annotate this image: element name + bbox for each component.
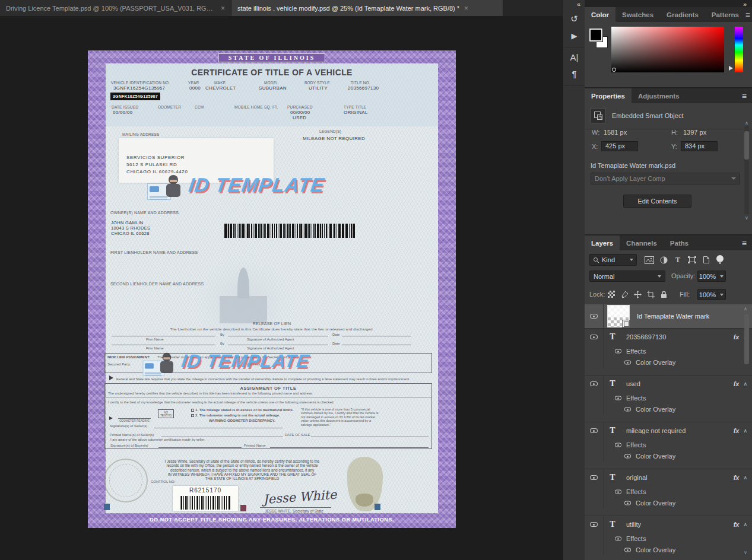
effects-visibility-toggle[interactable] <box>585 392 604 403</box>
tab-channels[interactable]: Channels <box>620 236 664 250</box>
lock-all-icon[interactable] <box>658 289 669 299</box>
overlay-visibility-toggle[interactable] <box>585 544 604 555</box>
fill-input[interactable]: 100% <box>697 289 726 300</box>
layer-effects-row[interactable]: Effects <box>585 439 752 450</box>
x-position-input[interactable]: 425 px <box>601 141 638 151</box>
layer-fx[interactable]: fx∧ <box>734 427 752 434</box>
document-tab-1[interactable]: Driving Licence Template.psd @ 100% (PAS… <box>0 0 231 16</box>
collapse-panels-icon[interactable]: « <box>577 1 580 8</box>
actions-panel-icon[interactable]: ▶ <box>563 27 585 44</box>
close-tab-icon[interactable]: × <box>464 4 468 12</box>
filter-shape-layers-icon[interactable] <box>686 254 699 265</box>
layer-row-utility[interactable]: Tutilityfx∧ <box>585 516 752 533</box>
layer-color-overlay-row[interactable]: Color Overlay <box>585 357 752 368</box>
color-panel-menu-icon[interactable]: ≡ <box>745 7 752 22</box>
tab-layers[interactable]: Layers <box>585 236 620 250</box>
scroll-up-icon[interactable]: ∧ <box>745 120 748 126</box>
chevron-down-icon[interactable] <box>718 289 725 300</box>
layer-fx[interactable]: fx∧ <box>734 333 752 341</box>
edit-contents-button[interactable]: Edit Contents <box>623 195 691 208</box>
close-tab-icon[interactable]: × <box>221 4 225 12</box>
layers-scroll-down-icon[interactable]: ∨ <box>744 550 747 555</box>
layer-row-mileage-not-required[interactable]: Tmileage not requiredfx∧ <box>585 422 752 439</box>
layers-panel-menu-icon[interactable]: ≡ <box>742 236 752 250</box>
layer-filter-toggle[interactable] <box>716 255 724 262</box>
layer-filter-kind-select[interactable]: Kind <box>589 254 637 266</box>
overlay-visibility-toggle[interactable] <box>585 497 604 508</box>
layer-visibility-toggle[interactable] <box>585 516 604 533</box>
layer-visibility-toggle[interactable] <box>585 422 604 439</box>
layer-visibility-toggle[interactable] <box>585 469 604 486</box>
layer-row-original[interactable]: Toriginalfx∧ <box>585 469 752 486</box>
blend-mode-select[interactable]: Normal <box>589 271 665 282</box>
tab-adjustments[interactable]: Adjustments <box>632 88 686 103</box>
layer-comp-select[interactable]: Don’t Apply Layer Comp <box>591 173 740 184</box>
overlay-visibility-toggle[interactable] <box>585 403 604 415</box>
overlay-visibility-toggle[interactable] <box>585 450 604 462</box>
layers-scrollbar-thumb[interactable] <box>744 314 749 364</box>
scroll-down-icon[interactable]: ∨ <box>745 215 748 221</box>
properties-scrollbar-thumb[interactable] <box>744 131 749 160</box>
filter-smart-object-layers-icon[interactable] <box>700 254 713 265</box>
layer-color-overlay-row[interactable]: Color Overlay <box>585 450 752 462</box>
layer-thumbnail[interactable] <box>607 305 630 327</box>
lock-artboard-icon[interactable] <box>645 289 656 299</box>
layer-row-id-temaplate-water-mark[interactable]: Id Temaplate Water mark <box>585 304 752 328</box>
lock-image-pixels-icon[interactable] <box>619 289 630 299</box>
effects-visibility-toggle[interactable] <box>585 486 604 497</box>
collapse-fx-icon[interactable]: ∧ <box>743 521 747 527</box>
layer-row-20356697130[interactable]: T20356697130fx∧ <box>585 329 752 345</box>
layers-scroll-up-icon[interactable]: ∧ <box>744 306 747 311</box>
hue-slider-arrow[interactable] <box>729 66 733 71</box>
layer-visibility-toggle[interactable] <box>585 329 604 345</box>
y-position-input[interactable]: 834 px <box>681 141 718 151</box>
paragraph-panel-icon[interactable]: ¶ <box>563 65 585 82</box>
opacity-input[interactable]: 100% <box>697 271 726 282</box>
lock-position-icon[interactable] <box>632 289 643 299</box>
layer-row-used[interactable]: Tusedfx∧ <box>585 376 752 392</box>
document-tab-2[interactable]: state illinois . vehicle modify.psd @ 25… <box>231 0 503 16</box>
canvas-area[interactable]: STATE OF ILLINOIS CERTIFICATE OF TITLE O… <box>0 16 563 560</box>
color-field[interactable] <box>611 27 724 72</box>
layer-color-overlay-row[interactable]: Color Overlay <box>585 497 752 508</box>
filter-type-layers-icon[interactable]: T <box>671 254 684 265</box>
layer-color-overlay-row[interactable]: Color Overlay <box>585 403 752 415</box>
color-field-cursor[interactable] <box>612 68 616 72</box>
foreground-background-swatches[interactable] <box>589 28 610 50</box>
effects-visibility-toggle[interactable] <box>585 533 604 544</box>
properties-panel-menu-icon[interactable]: ≡ <box>742 88 752 103</box>
tab-gradients[interactable]: Gradients <box>660 7 705 22</box>
layer-fx[interactable]: fx∧ <box>734 380 752 387</box>
certificate-document[interactable]: STATE OF ILLINOIS CERTIFICATE OF TITLE O… <box>88 50 456 528</box>
tab-paths[interactable]: Paths <box>664 236 695 250</box>
layer-fx[interactable]: fx∧ <box>734 474 752 481</box>
chevron-down-icon[interactable] <box>718 271 725 281</box>
overlay-visibility-toggle[interactable] <box>585 357 604 368</box>
tab-properties[interactable]: Properties <box>585 88 632 103</box>
tab-patterns[interactable]: Patterns <box>705 7 745 22</box>
collapse-fx-icon[interactable]: ∧ <box>743 475 747 481</box>
properties-scrollbar[interactable] <box>744 126 749 214</box>
hue-slider[interactable] <box>735 27 743 72</box>
layer-visibility-toggle[interactable] <box>585 376 604 392</box>
collapse-fx-icon[interactable]: ∧ <box>743 428 747 434</box>
layer-effects-row[interactable]: Effects <box>585 345 752 357</box>
filter-adjustment-layers-icon[interactable] <box>657 254 670 265</box>
tab-swatches[interactable]: Swatches <box>615 7 660 22</box>
filter-pixel-layers-icon[interactable] <box>643 254 656 265</box>
layer-visibility-toggle[interactable] <box>585 304 604 328</box>
foreground-color-swatch[interactable] <box>589 28 602 42</box>
layer-effects-row[interactable]: Effects <box>585 392 752 403</box>
effects-visibility-toggle[interactable] <box>585 439 604 450</box>
collapse-fx-icon[interactable]: ∧ <box>743 381 747 387</box>
lock-transparent-pixels-icon[interactable] <box>606 289 617 299</box>
tab-color[interactable]: Color <box>585 7 615 22</box>
effects-visibility-toggle[interactable] <box>585 345 604 357</box>
layer-color-overlay-row[interactable]: Color Overlay <box>585 544 752 555</box>
layer-fx[interactable]: fx∧ <box>734 521 752 528</box>
character-panel-icon[interactable]: A| <box>563 49 585 65</box>
layer-effects-row[interactable]: Effects <box>585 486 752 497</box>
history-panel-icon[interactable]: ↺ <box>563 11 585 27</box>
expand-panels-icon[interactable]: » <box>743 1 747 8</box>
layer-effects-row[interactable]: Effects <box>585 533 752 544</box>
